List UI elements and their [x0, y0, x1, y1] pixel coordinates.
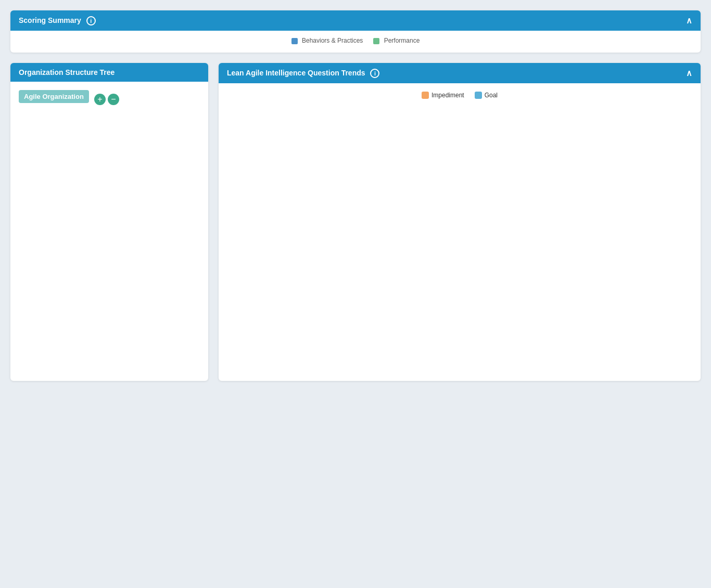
scoring-info-icon[interactable]: i [86, 16, 96, 25]
org-tree-body: Agile Organization + − [10, 82, 208, 123]
legend-performance-dot [373, 38, 379, 44]
legend-behaviors-dot [291, 38, 298, 44]
org-remove-btn[interactable]: − [108, 94, 119, 105]
scores-grid [10, 47, 701, 53]
radar-legend: Impediment Goal [227, 92, 692, 99]
radar-legend-impediment: Impediment [422, 92, 464, 99]
scoring-collapse-btn[interactable]: ∧ [686, 16, 692, 25]
radar-chart-container [227, 104, 692, 364]
org-root-btns: + − [94, 94, 119, 105]
radar-body: Impediment Goal [219, 83, 701, 381]
scoring-summary-title: Scoring Summary i [19, 16, 96, 25]
radar-header: Lean Agile Intelligence Question Trends … [219, 63, 701, 83]
radar-title: Lean Agile Intelligence Question Trends … [227, 69, 379, 78]
radar-panel: Lean Agile Intelligence Question Trends … [219, 63, 701, 381]
impediment-legend-box [422, 92, 429, 99]
radar-collapse-btn[interactable]: ∧ [686, 68, 692, 78]
legend-performance: Performance [373, 37, 420, 44]
radar-chart [329, 109, 590, 359]
scoring-summary-header: Scoring Summary i ∧ [10, 10, 701, 31]
goal-legend-box [475, 92, 482, 99]
legend-behaviors: Behaviors & Practices [291, 37, 363, 44]
org-tree-header: Organization Structure Tree [10, 63, 208, 82]
bottom-panels: Organization Structure Tree Agile Organi… [10, 63, 701, 391]
org-root-label: Agile Organization [19, 90, 89, 103]
chart-footer [227, 364, 692, 373]
scoring-legend: Behaviors & Practices Performance [10, 31, 701, 47]
org-tree-title: Organization Structure Tree [19, 68, 115, 76]
scoring-summary-panel: Scoring Summary i ∧ Behaviors & Practice… [10, 10, 701, 53]
radar-legend-goal: Goal [475, 92, 498, 99]
radar-info-icon[interactable]: i [370, 69, 379, 78]
org-tree-panel: Organization Structure Tree Agile Organi… [10, 63, 208, 381]
org-add-btn[interactable]: + [94, 94, 106, 105]
